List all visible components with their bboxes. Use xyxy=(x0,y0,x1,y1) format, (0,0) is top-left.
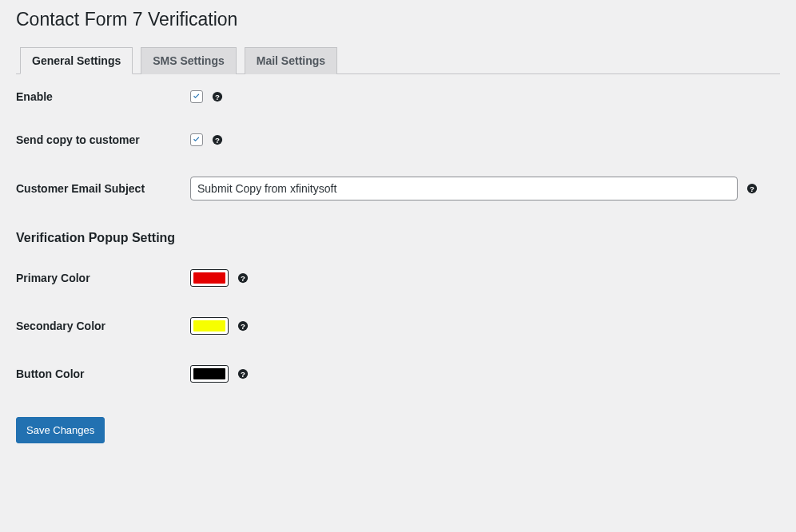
tab-sms-settings[interactable]: SMS Settings xyxy=(141,47,236,74)
checkbox-enable[interactable] xyxy=(190,90,203,103)
color-picker-primary[interactable] xyxy=(190,269,229,287)
swatch-button xyxy=(193,368,225,379)
color-picker-button[interactable] xyxy=(190,365,229,383)
input-email-subject[interactable] xyxy=(190,177,738,200)
row-email-subject: Customer Email Subject ? xyxy=(16,177,780,200)
color-picker-secondary[interactable] xyxy=(190,317,229,335)
help-icon[interactable]: ? xyxy=(746,182,758,195)
svg-text:?: ? xyxy=(241,369,245,378)
help-icon[interactable]: ? xyxy=(211,90,224,103)
label-secondary-color: Secondary Color xyxy=(16,320,190,332)
svg-text:?: ? xyxy=(750,184,754,193)
svg-text:?: ? xyxy=(241,273,245,282)
settings-tabs: General Settings SMS Settings Mail Setti… xyxy=(16,46,780,74)
tab-mail-settings[interactable]: Mail Settings xyxy=(245,47,337,74)
section-heading-popup: Verification Popup Setting xyxy=(16,231,175,245)
label-enable: Enable xyxy=(16,90,190,103)
svg-text:?: ? xyxy=(215,135,220,144)
save-button[interactable]: Save Changes xyxy=(16,417,105,444)
label-button-color: Button Color xyxy=(16,367,190,380)
check-icon xyxy=(192,92,201,101)
label-send-copy: Send copy to customer xyxy=(16,133,190,146)
row-secondary-color: Secondary Color ? xyxy=(16,317,780,335)
check-icon xyxy=(192,135,201,145)
row-primary-color: Primary Color ? xyxy=(16,269,780,287)
row-send-copy: Send copy to customer ? xyxy=(16,133,780,146)
svg-text:?: ? xyxy=(241,321,245,330)
row-enable: Enable ? xyxy=(16,90,780,103)
swatch-primary xyxy=(193,272,225,284)
checkbox-send-copy[interactable] xyxy=(190,133,203,146)
row-popup-heading: Verification Popup Setting xyxy=(16,231,780,245)
label-email-subject: Customer Email Subject xyxy=(16,182,190,195)
label-primary-color: Primary Color xyxy=(16,272,190,284)
swatch-secondary xyxy=(193,320,225,332)
tab-general-settings[interactable]: General Settings xyxy=(20,47,133,74)
help-icon[interactable]: ? xyxy=(211,133,224,146)
page-title: Contact Form 7 Verification xyxy=(16,8,780,32)
svg-text:?: ? xyxy=(215,92,220,101)
help-icon[interactable]: ? xyxy=(237,367,249,380)
help-icon[interactable]: ? xyxy=(237,320,249,332)
row-button-color: Button Color ? xyxy=(16,365,780,383)
help-icon[interactable]: ? xyxy=(237,272,249,284)
